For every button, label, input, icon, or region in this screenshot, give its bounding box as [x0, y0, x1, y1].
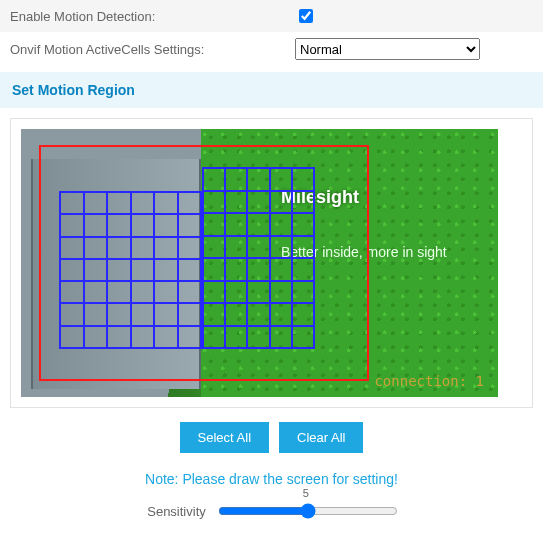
- grid-cell[interactable]: [178, 259, 202, 281]
- grid-cell[interactable]: [292, 326, 314, 349]
- button-row: Select All Clear All: [0, 422, 543, 453]
- grid-cell[interactable]: [203, 303, 225, 326]
- grid-cell[interactable]: [247, 191, 269, 214]
- grid-cell[interactable]: [203, 281, 225, 304]
- grid-cell[interactable]: [247, 213, 269, 236]
- motion-grid-left[interactable]: [59, 191, 202, 349]
- grid-cell[interactable]: [203, 213, 225, 236]
- grid-cell[interactable]: [247, 326, 269, 349]
- grid-cell[interactable]: [60, 326, 84, 348]
- motion-grid-right[interactable]: [202, 167, 315, 349]
- grid-cell[interactable]: [107, 192, 131, 214]
- grid-cell[interactable]: [292, 258, 314, 281]
- grid-cell[interactable]: [178, 326, 202, 348]
- grid-cell[interactable]: [107, 214, 131, 236]
- grid-cell[interactable]: [178, 192, 202, 214]
- select-all-button[interactable]: Select All: [180, 422, 269, 453]
- row-active-cells: Onvif Motion ActiveCells Settings: Norma…: [0, 32, 543, 66]
- grid-cell[interactable]: [292, 168, 314, 191]
- grid-cell[interactable]: [84, 237, 108, 259]
- grid-cell[interactable]: [292, 303, 314, 326]
- grid-cell[interactable]: [84, 281, 108, 303]
- grid-cell[interactable]: [131, 192, 155, 214]
- section-header-motion-region: Set Motion Region: [0, 72, 543, 108]
- grid-cell[interactable]: [247, 236, 269, 259]
- grid-cell[interactable]: [84, 326, 108, 348]
- grid-cell[interactable]: [107, 237, 131, 259]
- grid-cell[interactable]: [131, 214, 155, 236]
- grid-cell[interactable]: [131, 237, 155, 259]
- grid-cell[interactable]: [178, 237, 202, 259]
- grid-cell[interactable]: [292, 281, 314, 304]
- grid-cell[interactable]: [84, 214, 108, 236]
- grid-cell[interactable]: [178, 281, 202, 303]
- sensitivity-slider-wrap: 5: [216, 501, 396, 522]
- grid-cell[interactable]: [154, 281, 178, 303]
- scene-connection-text: connection: 1: [374, 373, 484, 389]
- grid-cell[interactable]: [292, 191, 314, 214]
- grid-cell[interactable]: [154, 326, 178, 348]
- grid-cell[interactable]: [203, 258, 225, 281]
- label-enable-motion: Enable Motion Detection:: [10, 9, 295, 24]
- grid-cell[interactable]: [131, 303, 155, 325]
- grid-cell[interactable]: [178, 214, 202, 236]
- grid-cell[interactable]: [84, 303, 108, 325]
- grid-cell[interactable]: [203, 168, 225, 191]
- grid-cell[interactable]: [154, 237, 178, 259]
- grid-cell[interactable]: [270, 281, 292, 304]
- checkbox-enable-motion[interactable]: [299, 9, 313, 23]
- grid-cell[interactable]: [203, 326, 225, 349]
- grid-cell[interactable]: [270, 191, 292, 214]
- grid-cell[interactable]: [154, 192, 178, 214]
- grid-cell[interactable]: [131, 281, 155, 303]
- grid-cell[interactable]: [203, 191, 225, 214]
- grid-cell[interactable]: [154, 303, 178, 325]
- grid-cell[interactable]: [131, 326, 155, 348]
- grid-cell[interactable]: [154, 214, 178, 236]
- grid-cell[interactable]: [60, 192, 84, 214]
- grid-cell[interactable]: [60, 281, 84, 303]
- grid-cell[interactable]: [247, 281, 269, 304]
- grid-cell[interactable]: [225, 213, 247, 236]
- control-enable-motion: [295, 6, 533, 26]
- grid-cell[interactable]: [270, 236, 292, 259]
- grid-cell[interactable]: [270, 326, 292, 349]
- grid-cell[interactable]: [131, 259, 155, 281]
- grid-cell[interactable]: [247, 168, 269, 191]
- grid-cell[interactable]: [84, 192, 108, 214]
- sensitivity-slider[interactable]: [218, 503, 398, 519]
- grid-cell[interactable]: [225, 236, 247, 259]
- grid-cell[interactable]: [247, 258, 269, 281]
- grid-cell[interactable]: [225, 281, 247, 304]
- grid-cell[interactable]: [225, 191, 247, 214]
- grid-cell[interactable]: [203, 236, 225, 259]
- grid-cell[interactable]: [225, 326, 247, 349]
- grid-cell[interactable]: [60, 303, 84, 325]
- control-active-cells: Normal: [295, 38, 533, 60]
- grid-cell[interactable]: [60, 259, 84, 281]
- sensitivity-row: Sensitivity 5: [0, 501, 543, 522]
- clear-all-button[interactable]: Clear All: [279, 422, 363, 453]
- grid-cell[interactable]: [225, 303, 247, 326]
- grid-cell[interactable]: [107, 281, 131, 303]
- grid-cell[interactable]: [247, 303, 269, 326]
- grid-cell[interactable]: [154, 259, 178, 281]
- grid-cell[interactable]: [292, 236, 314, 259]
- grid-cell[interactable]: [60, 237, 84, 259]
- grid-cell[interactable]: [225, 258, 247, 281]
- grid-cell[interactable]: [107, 259, 131, 281]
- grid-cell[interactable]: [107, 326, 131, 348]
- grid-cell[interactable]: [225, 168, 247, 191]
- grid-cell[interactable]: [270, 213, 292, 236]
- grid-cell[interactable]: [107, 303, 131, 325]
- grid-cell[interactable]: [60, 214, 84, 236]
- grid-cell[interactable]: [270, 258, 292, 281]
- sensitivity-label: Sensitivity: [147, 504, 206, 519]
- video-preview[interactable]: Milesight Better inside, more in sight c…: [21, 129, 498, 397]
- grid-cell[interactable]: [270, 168, 292, 191]
- grid-cell[interactable]: [178, 303, 202, 325]
- grid-cell[interactable]: [292, 213, 314, 236]
- grid-cell[interactable]: [84, 259, 108, 281]
- grid-cell[interactable]: [270, 303, 292, 326]
- select-active-cells[interactable]: Normal: [295, 38, 480, 60]
